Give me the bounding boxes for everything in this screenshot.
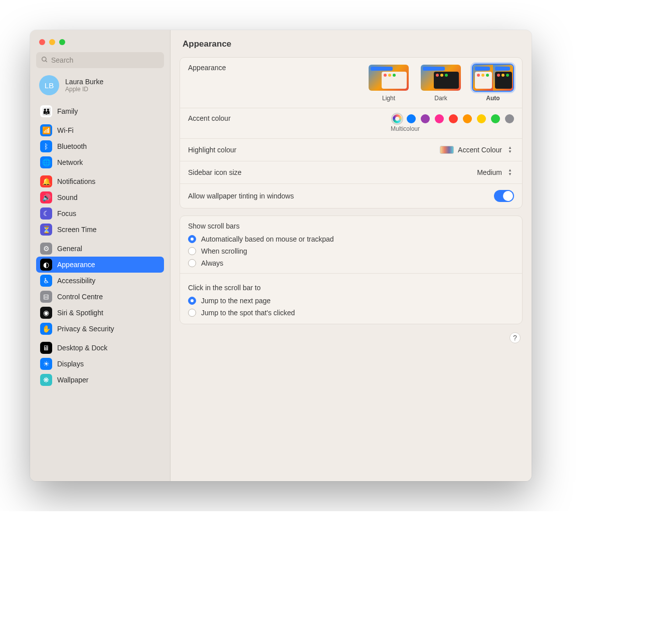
sidebar-item-displays[interactable]: ☀Displays (36, 356, 164, 372)
sidebar-item-privacy-security[interactable]: ✋Privacy & Security (36, 321, 164, 337)
search-icon (41, 56, 48, 65)
accent-color-7[interactable] (491, 114, 500, 123)
appearance-panel: Appearance LightDarkAuto Accent colour M… (180, 57, 523, 208)
accent-color-4[interactable] (449, 114, 458, 123)
search-input[interactable]: Search (36, 52, 164, 68)
sidebar-icon: 🔔 (40, 175, 52, 187)
sidebar-item-label: Notifications (57, 177, 95, 185)
radio-icon (188, 247, 196, 255)
sidebar-item-label: Screen Time (57, 226, 97, 234)
highlight-select[interactable]: Accent Colour ▲▼ (440, 145, 514, 155)
sidebar-item-label: General (57, 245, 82, 253)
sidebar: Search LB Laura Burke Apple ID 👪Family📶W… (30, 30, 171, 481)
appearance-option-label: Auto (486, 95, 499, 102)
sidebar-item-label: Desktop & Dock (57, 344, 107, 352)
sidebar-icon: ✋ (40, 323, 52, 335)
tinting-toggle[interactable] (494, 190, 514, 202)
sidebar-icon: 📶 (40, 124, 52, 136)
chevron-updown-icon: ▲▼ (506, 145, 514, 155)
sidebar-item-label: Control Centre (57, 293, 103, 301)
sidebar-item-label: Family (57, 107, 78, 115)
sidebar-item-sound[interactable]: 🔊Sound (36, 189, 164, 205)
sidebar-item-siri-spotlight[interactable]: ◉Siri & Spotlight (36, 305, 164, 321)
sidebar-icon: ⚙ (40, 243, 52, 255)
scrollclick-option-0[interactable]: Jump to the next page (180, 295, 522, 307)
sidebar-item-label: Appearance (57, 261, 95, 269)
highlight-value: Accent Colour (458, 146, 502, 154)
close-button[interactable] (39, 39, 45, 45)
sidebar-item-bluetooth[interactable]: ᛒBluetooth (36, 138, 164, 154)
accent-color-8[interactable] (505, 114, 514, 123)
sidebar-item-network[interactable]: 🌐Network (36, 154, 164, 170)
sidebar-item-screen-time[interactable]: ⏳Screen Time (36, 222, 164, 238)
iconsize-label: Sidebar icon size (188, 168, 242, 176)
radio-label: Always (201, 259, 223, 267)
sidebar-item-desktop-dock[interactable]: 🖥Desktop & Dock (36, 340, 164, 356)
sidebar-icon: 🖥 (40, 342, 52, 354)
sidebar-nav: 👪Family📶Wi-FiᛒBluetooth🌐Network🔔Notifica… (36, 100, 164, 388)
sidebar-item-family[interactable]: 👪Family (36, 103, 164, 119)
radio-icon (188, 297, 196, 305)
sidebar-item-label: Wallpaper (57, 376, 89, 384)
zoom-button[interactable] (59, 39, 65, 45)
sidebar-icon: ⊟ (40, 291, 52, 303)
sidebar-item-label: Network (57, 158, 83, 166)
scrollclick-label: Click in the scroll bar to (180, 278, 522, 295)
sidebar-item-wi-fi[interactable]: 📶Wi-Fi (36, 122, 164, 138)
minimize-button[interactable] (49, 39, 55, 45)
sidebar-item-label: Focus (57, 209, 76, 218)
sidebar-icon: ◐ (40, 259, 52, 271)
sidebar-icon: 🌐 (40, 156, 52, 168)
sidebar-item-wallpaper[interactable]: ❋Wallpaper (36, 372, 164, 388)
sidebar-item-focus[interactable]: ☾Focus (36, 205, 164, 222)
radio-label: When scrolling (201, 247, 247, 255)
window-controls (36, 36, 164, 52)
accent-color-0[interactable] (393, 114, 402, 123)
accent-color-6[interactable] (477, 114, 486, 123)
scrollbars-option-2[interactable]: Always (180, 257, 522, 269)
accent-color-2[interactable] (421, 114, 430, 123)
radio-label: Jump to the next page (201, 297, 271, 305)
page-title: Appearance (171, 30, 532, 57)
sidebar-icon: ☀ (40, 358, 52, 370)
iconsize-value: Medium (477, 168, 502, 176)
settings-window: Search LB Laura Burke Apple ID 👪Family📶W… (30, 30, 532, 481)
sidebar-item-general[interactable]: ⚙General (36, 241, 164, 257)
radio-label: Automatically based on mouse or trackpad (201, 235, 334, 243)
sidebar-item-accessibility[interactable]: ♿︎Accessibility (36, 273, 164, 289)
sidebar-item-control-centre[interactable]: ⊟Control Centre (36, 289, 164, 305)
appearance-option-light[interactable]: Light (368, 64, 410, 102)
help-button[interactable]: ? (510, 332, 521, 343)
sidebar-item-appearance[interactable]: ◐Appearance (36, 257, 164, 273)
accent-colors (393, 114, 514, 123)
account-row[interactable]: LB Laura Burke Apple ID (36, 68, 164, 100)
accent-color-5[interactable] (463, 114, 472, 123)
tinting-label: Allow wallpaper tinting in windows (188, 192, 294, 200)
scrollclick-option-1[interactable]: Jump to the spot that's clicked (180, 307, 522, 319)
appearance-option-dark[interactable]: Dark (420, 64, 462, 102)
sidebar-item-label: Accessibility (57, 277, 95, 285)
radio-icon (188, 259, 196, 267)
accent-label: Accent colour (188, 114, 231, 122)
main-pane: Appearance Appearance LightDarkAuto Acce… (171, 30, 532, 481)
appearance-option-label: Dark (434, 95, 447, 102)
accent-color-1[interactable] (407, 114, 416, 123)
appearance-label: Appearance (188, 64, 226, 72)
appearance-option-label: Light (382, 95, 395, 102)
sidebar-item-notifications[interactable]: 🔔Notifications (36, 173, 164, 189)
iconsize-select[interactable]: Medium ▲▼ (477, 167, 514, 177)
scrollbars-option-1[interactable]: When scrolling (180, 245, 522, 257)
sidebar-item-label: Sound (57, 193, 77, 201)
appearance-options: LightDarkAuto (368, 64, 514, 102)
sidebar-icon: ☾ (40, 207, 52, 220)
scrollbars-label: Show scroll bars (180, 216, 522, 233)
sidebar-item-label: Bluetooth (57, 142, 87, 150)
sidebar-icon: ◉ (40, 307, 52, 319)
appearance-option-auto[interactable]: Auto (472, 64, 514, 102)
accent-color-3[interactable] (435, 114, 444, 123)
scroll-panel: Show scroll bars Automatically based on … (180, 216, 523, 324)
sidebar-icon: ♿︎ (40, 275, 52, 287)
accent-caption: Multicolour (391, 125, 420, 132)
sidebar-item-label: Siri & Spotlight (57, 309, 103, 317)
scrollbars-option-0[interactable]: Automatically based on mouse or trackpad (180, 233, 522, 245)
